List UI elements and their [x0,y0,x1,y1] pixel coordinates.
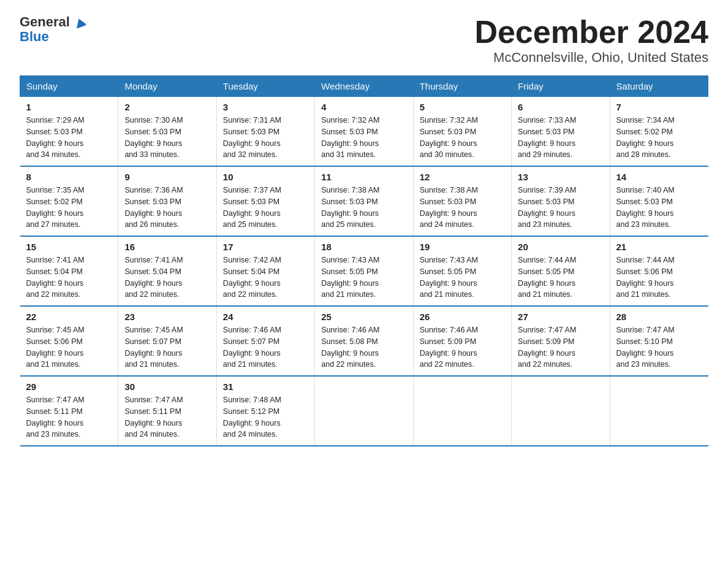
calendar-cell: 27Sunrise: 7:47 AM Sunset: 5:09 PM Dayli… [512,306,610,376]
day-info: Sunrise: 7:37 AM Sunset: 5:03 PM Dayligh… [223,185,308,231]
title-block: December 2024 McConnelsville, Ohio, Unit… [474,15,708,66]
day-info: Sunrise: 7:45 AM Sunset: 5:07 PM Dayligh… [124,324,210,370]
day-info: Sunrise: 7:32 AM Sunset: 5:03 PM Dayligh… [420,115,505,161]
calendar-cell: 17Sunrise: 7:42 AM Sunset: 5:04 PM Dayli… [216,236,314,306]
day-number: 3 [223,102,308,112]
svg-marker-0 [75,17,86,28]
day-number: 23 [124,312,210,322]
calendar-week-row: 1Sunrise: 7:29 AM Sunset: 5:03 PM Daylig… [20,97,708,167]
calendar-cell: 24Sunrise: 7:46 AM Sunset: 5:07 PM Dayli… [216,306,314,376]
day-number: 18 [321,242,406,252]
calendar-cell: 3Sunrise: 7:31 AM Sunset: 5:03 PM Daylig… [216,97,314,167]
day-number: 9 [124,172,210,182]
logo-blue-text: Blue [20,29,49,44]
day-number: 25 [321,312,406,322]
calendar-cell: 23Sunrise: 7:45 AM Sunset: 5:07 PM Dayli… [118,306,216,376]
day-info: Sunrise: 7:47 AM Sunset: 5:09 PM Dayligh… [518,324,603,370]
calendar-cell: 4Sunrise: 7:32 AM Sunset: 5:03 PM Daylig… [315,97,413,167]
day-number: 4 [321,102,406,112]
day-number: 15 [26,242,112,252]
day-info: Sunrise: 7:40 AM Sunset: 5:03 PM Dayligh… [616,185,702,231]
day-info: Sunrise: 7:33 AM Sunset: 5:03 PM Dayligh… [518,115,603,161]
calendar-week-row: 29Sunrise: 7:47 AM Sunset: 5:11 PM Dayli… [20,376,708,446]
day-info: Sunrise: 7:48 AM Sunset: 5:12 PM Dayligh… [223,394,308,440]
calendar-cell: 16Sunrise: 7:41 AM Sunset: 5:04 PM Dayli… [118,236,216,306]
calendar-cell: 26Sunrise: 7:46 AM Sunset: 5:09 PM Dayli… [413,306,511,376]
day-number: 16 [124,242,210,252]
weekday-header-saturday: Saturday [610,76,708,97]
calendar-cell [413,376,511,446]
logo: General Blue [20,15,86,44]
calendar-cell: 29Sunrise: 7:47 AM Sunset: 5:11 PM Dayli… [20,376,118,446]
day-info: Sunrise: 7:34 AM Sunset: 5:02 PM Dayligh… [616,115,702,161]
day-number: 14 [616,172,702,182]
calendar-cell: 13Sunrise: 7:39 AM Sunset: 5:03 PM Dayli… [512,166,610,236]
day-info: Sunrise: 7:30 AM Sunset: 5:03 PM Dayligh… [124,115,210,161]
day-info: Sunrise: 7:44 AM Sunset: 5:06 PM Dayligh… [616,255,702,301]
day-number: 6 [518,102,603,112]
day-number: 29 [26,381,112,392]
day-info: Sunrise: 7:45 AM Sunset: 5:06 PM Dayligh… [26,324,112,370]
day-number: 10 [223,172,308,182]
calendar-cell: 21Sunrise: 7:44 AM Sunset: 5:06 PM Dayli… [610,236,708,306]
calendar-subtitle: McConnelsville, Ohio, United States [474,50,708,66]
day-number: 5 [420,102,505,112]
day-number: 17 [223,242,308,252]
day-number: 26 [420,312,505,322]
calendar-header: SundayMondayTuesdayWednesdayThursdayFrid… [20,76,708,97]
day-info: Sunrise: 7:41 AM Sunset: 5:04 PM Dayligh… [26,255,112,301]
day-info: Sunrise: 7:46 AM Sunset: 5:08 PM Dayligh… [321,324,406,370]
calendar-cell: 11Sunrise: 7:38 AM Sunset: 5:03 PM Dayli… [315,166,413,236]
calendar-cell: 9Sunrise: 7:36 AM Sunset: 5:03 PM Daylig… [118,166,216,236]
weekday-header-tuesday: Tuesday [216,76,314,97]
calendar-cell: 14Sunrise: 7:40 AM Sunset: 5:03 PM Dayli… [610,166,708,236]
day-number: 24 [223,312,308,322]
day-number: 27 [518,312,603,322]
weekday-header-thursday: Thursday [413,76,511,97]
day-number: 8 [26,172,112,182]
day-info: Sunrise: 7:43 AM Sunset: 5:05 PM Dayligh… [420,255,505,301]
day-number: 22 [26,312,112,322]
day-number: 19 [420,242,505,252]
day-number: 11 [321,172,406,182]
calendar-cell: 25Sunrise: 7:46 AM Sunset: 5:08 PM Dayli… [315,306,413,376]
day-info: Sunrise: 7:38 AM Sunset: 5:03 PM Dayligh… [321,185,406,231]
calendar-cell: 28Sunrise: 7:47 AM Sunset: 5:10 PM Dayli… [610,306,708,376]
day-number: 2 [124,102,210,112]
calendar-cell: 31Sunrise: 7:48 AM Sunset: 5:12 PM Dayli… [216,376,314,446]
day-number: 30 [124,381,210,392]
calendar-cell: 12Sunrise: 7:38 AM Sunset: 5:03 PM Dayli… [413,166,511,236]
day-info: Sunrise: 7:46 AM Sunset: 5:09 PM Dayligh… [420,324,505,370]
day-info: Sunrise: 7:29 AM Sunset: 5:03 PM Dayligh… [26,115,112,161]
weekday-header-monday: Monday [118,76,216,97]
calendar-cell: 19Sunrise: 7:43 AM Sunset: 5:05 PM Dayli… [413,236,511,306]
calendar-cell: 30Sunrise: 7:47 AM Sunset: 5:11 PM Dayli… [118,376,216,446]
day-info: Sunrise: 7:38 AM Sunset: 5:03 PM Dayligh… [420,185,505,231]
calendar-cell: 1Sunrise: 7:29 AM Sunset: 5:03 PM Daylig… [20,97,118,167]
calendar-title: December 2024 [474,15,708,50]
calendar-cell: 2Sunrise: 7:30 AM Sunset: 5:03 PM Daylig… [118,97,216,167]
calendar-cell: 22Sunrise: 7:45 AM Sunset: 5:06 PM Dayli… [20,306,118,376]
day-number: 31 [223,381,308,392]
calendar-cell: 5Sunrise: 7:32 AM Sunset: 5:03 PM Daylig… [413,97,511,167]
logo-line2: Blue [20,29,49,44]
weekday-header-row: SundayMondayTuesdayWednesdayThursdayFrid… [20,76,708,97]
calendar-cell [512,376,610,446]
calendar-week-row: 15Sunrise: 7:41 AM Sunset: 5:04 PM Dayli… [20,236,708,306]
day-info: Sunrise: 7:41 AM Sunset: 5:04 PM Dayligh… [124,255,210,301]
day-info: Sunrise: 7:44 AM Sunset: 5:05 PM Dayligh… [518,255,603,301]
calendar-cell: 8Sunrise: 7:35 AM Sunset: 5:02 PM Daylig… [20,166,118,236]
logo-line1: General [20,15,86,29]
weekday-header-sunday: Sunday [20,76,118,97]
day-number: 1 [26,102,112,112]
weekday-header-wednesday: Wednesday [315,76,413,97]
day-info: Sunrise: 7:42 AM Sunset: 5:04 PM Dayligh… [223,255,308,301]
day-info: Sunrise: 7:46 AM Sunset: 5:07 PM Dayligh… [223,324,308,370]
day-info: Sunrise: 7:47 AM Sunset: 5:10 PM Dayligh… [616,324,702,370]
calendar-cell: 15Sunrise: 7:41 AM Sunset: 5:04 PM Dayli… [20,236,118,306]
day-number: 20 [518,242,603,252]
calendar-cell [315,376,413,446]
day-number: 21 [616,242,702,252]
day-info: Sunrise: 7:43 AM Sunset: 5:05 PM Dayligh… [321,255,406,301]
weekday-header-friday: Friday [512,76,610,97]
